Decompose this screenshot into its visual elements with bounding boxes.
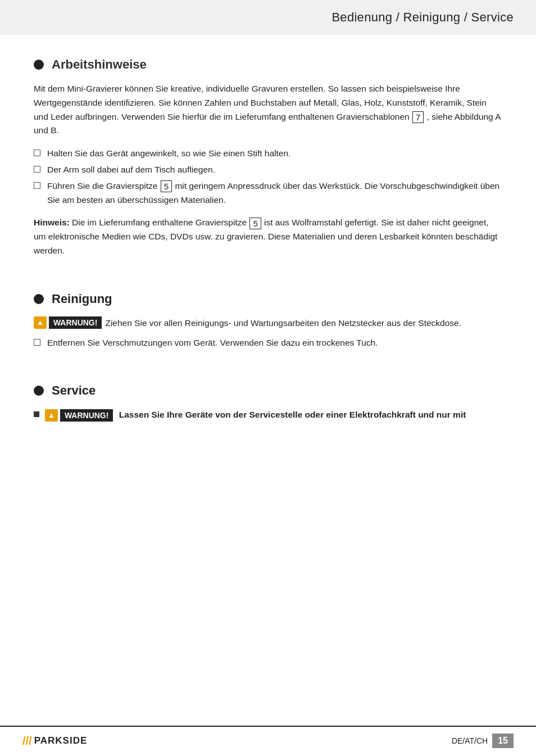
hinweis-label: Hinweis: [34, 218, 70, 227]
footer-locale: DE/AT/CH [452, 736, 488, 745]
bullet-text-2: Der Arm soll dabei auf dem Tisch auflieg… [47, 163, 215, 177]
gravierspitze-number-box-2: 5 [249, 218, 261, 230]
bullet-circle-service [34, 386, 44, 396]
bullet-item-2: Der Arm soll dabei auf dem Tisch auflieg… [34, 163, 502, 177]
section-reinigung-heading: Reinigung [34, 292, 502, 306]
bullet-square-1 [34, 150, 40, 156]
parkside-brand-name: PARKSIDE [34, 735, 88, 746]
gravierspitze-number-box-1: 5 [161, 180, 172, 193]
hinweis-block: Hinweis: Die im Lieferumfang enthaltene … [34, 216, 502, 257]
reinigung-bullet-1: Entfernen Sie Verschmutzungen vom Gerät.… [34, 336, 502, 350]
service-warning-label: WARNUNG! [60, 409, 113, 422]
section-arbeitshinweise-heading: Arbeitshinweise [34, 57, 502, 72]
bullet-square-3 [34, 182, 40, 189]
service-warning-item: ▲ WARNUNG! Lassen Sie Ihre Geräte von de… [34, 408, 502, 422]
page-content: Arbeitshinweise Mit dem Mini-Gravierer k… [0, 35, 536, 444]
bullet-item-1: Halten Sie das Gerät angewinkelt, so wie… [34, 147, 502, 161]
section-title-arbeitshinweise: Arbeitshinweise [52, 57, 147, 72]
divider-2 [34, 361, 502, 372]
service-warning-content: ▲ WARNUNG! Lassen Sie Ihre Geräte von de… [45, 408, 466, 422]
page-footer: /// PARKSIDE DE/AT/CH 15 [0, 726, 536, 756]
warning-label-reinigung: WARNUNG! [49, 316, 102, 329]
hinweis-text: Die im Lieferumfang enthaltene Graviersp… [34, 218, 497, 255]
parkside-slashes-icon: /// [22, 735, 32, 748]
bullet-item-3: Führen Sie die Gravierspitze 5 mit gerin… [34, 179, 502, 207]
footer-page-number: 15 [492, 734, 514, 748]
service-bullet-square [34, 411, 39, 417]
footer-right: DE/AT/CH 15 [452, 734, 514, 748]
service-warning-text: Lassen Sie Ihre Geräte von der Servicest… [119, 410, 466, 419]
bullet-text-3: Führen Sie die Gravierspitze 5 mit gerin… [47, 179, 502, 207]
service-warning-icons: ▲ WARNUNG! [45, 409, 113, 422]
reinigung-bullet-text: Entfernen Sie Verschmutzungen vom Gerät.… [47, 336, 378, 350]
bullet-circle-reinigung [34, 294, 44, 304]
warning-triangle-icon: ▲ [34, 316, 47, 329]
arbeitshinweise-intro: Mit dem Mini-Gravierer können Sie kreati… [34, 82, 502, 138]
page-header: Bedienung / Reinigung / Service [0, 0, 536, 35]
reinigung-warning-group: ▲ WARNUNG! Ziehen Sie vor allen Reinigun… [34, 316, 502, 331]
bullet-text-1: Halten Sie das Gerät angewinkelt, so wie… [47, 147, 290, 161]
bullet-square-2 [34, 166, 40, 173]
reinigung-warning-text: Ziehen Sie vor allen Reinigungs- und War… [105, 316, 461, 331]
reinigung-bullet-square [34, 339, 40, 346]
reinigung-bullets: Entfernen Sie Verschmutzungen vom Gerät.… [34, 336, 502, 350]
reinigung-warning-icons: ▲ WARNUNG! [34, 316, 102, 329]
arbeitshinweise-bullets: Halten Sie das Gerät angewinkelt, so wie… [34, 147, 502, 207]
header-title: Bedienung / Reinigung / Service [331, 10, 514, 24]
section-title-reinigung: Reinigung [52, 292, 112, 306]
parkside-logo: /// PARKSIDE [22, 735, 87, 748]
section-service-heading: Service [34, 383, 502, 398]
bullet-circle-arbeitshinweise [34, 60, 44, 70]
divider-1 [34, 269, 502, 280]
service-warning-triangle-icon: ▲ [45, 409, 58, 422]
section-title-service: Service [52, 383, 96, 398]
page: Bedienung / Reinigung / Service Arbeitsh… [0, 0, 536, 756]
schablonen-number-box: 7 [412, 111, 424, 124]
